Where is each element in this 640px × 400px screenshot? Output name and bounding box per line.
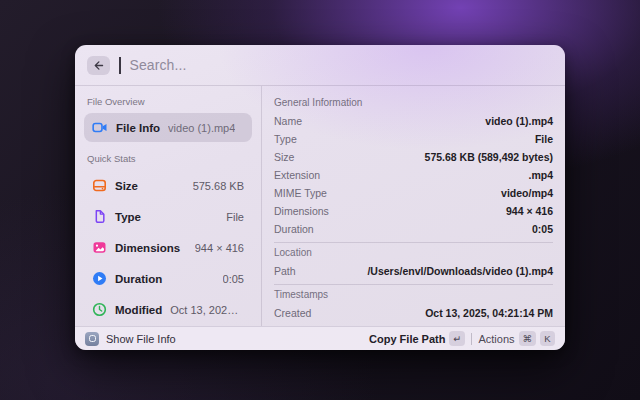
stat-label: Dimensions xyxy=(115,242,187,254)
stat-value: 0:05 xyxy=(223,273,244,285)
detail-row-size: Size 575.68 KB (589,492 bytes) xyxy=(274,148,553,166)
sidebar: File Overview File Info video (1).mp4 Qu… xyxy=(75,86,262,326)
actions-label: Actions xyxy=(478,333,514,345)
detail-label: MIME Type xyxy=(274,187,327,199)
main-content: File Overview File Info video (1).mp4 Qu… xyxy=(75,86,565,326)
stat-label: Size xyxy=(115,180,185,192)
detail-label: Dimensions xyxy=(274,205,329,217)
back-arrow-icon xyxy=(92,59,105,72)
back-button[interactable] xyxy=(87,56,110,75)
search-input[interactable]: Search... xyxy=(130,57,187,73)
detail-section-header: Timestamps xyxy=(274,289,553,300)
detail-value: Oct 13, 2025, 04:21:14 PM xyxy=(425,307,553,319)
sidebar-item-modified[interactable]: Modified Oct 13, 2025, 04:2... xyxy=(84,294,252,325)
command-key-icon: ⌘ xyxy=(519,331,537,346)
detail-row-extension: Extension .mp4 xyxy=(274,166,553,184)
sidebar-item-type[interactable]: Type File xyxy=(84,201,252,232)
detail-value: .mp4 xyxy=(528,169,553,181)
stat-value: File xyxy=(226,211,244,223)
detail-value: /Users/envl/Downloads/video (1).mp4 xyxy=(367,265,553,277)
detail-label: Extension xyxy=(274,169,320,181)
footer-actions: Copy File Path ↵ Actions ⌘ K xyxy=(369,331,555,346)
detail-label: Name xyxy=(274,115,302,127)
sidebar-item-label: File Info xyxy=(116,122,160,134)
actions-button[interactable]: Actions ⌘ K xyxy=(478,331,555,346)
sidebar-section-header: File Overview xyxy=(87,96,249,107)
detail-label: Type xyxy=(274,133,297,145)
detail-label: Size xyxy=(274,151,294,163)
detail-value: 575.68 KB (589,492 bytes) xyxy=(425,151,553,163)
video-camera-icon xyxy=(92,120,108,135)
divider xyxy=(274,242,553,243)
stat-value: Oct 13, 2025, 04:2... xyxy=(170,304,244,316)
detail-value: File xyxy=(535,133,553,145)
sidebar-item-duration[interactable]: Duration 0:05 xyxy=(84,263,252,294)
return-key-icon: ↵ xyxy=(449,331,465,346)
detail-label: Path xyxy=(274,265,296,277)
detail-row-duration: Duration 0:05 xyxy=(274,220,553,238)
detail-row-created: Created Oct 13, 2025, 04:21:14 PM xyxy=(274,304,553,322)
footer-command-label: Show File Info xyxy=(106,333,176,345)
detail-row-dimensions: Dimensions 944 × 416 xyxy=(274,202,553,220)
sidebar-item-size[interactable]: Size 575.68 KB xyxy=(84,170,252,201)
detail-label: Duration xyxy=(274,223,314,235)
footer-bar: Show File Info Copy File Path ↵ Actions … xyxy=(75,326,565,350)
search-bar: Search... xyxy=(75,45,565,86)
play-icon xyxy=(92,271,107,286)
extension-icon xyxy=(85,332,99,346)
sidebar-section-header: Quick Stats xyxy=(87,153,249,164)
text-cursor xyxy=(119,57,121,74)
stat-label: Type xyxy=(115,211,218,223)
stat-value: 944 × 416 xyxy=(195,242,244,254)
drive-icon xyxy=(92,178,107,193)
detail-row-mime-type: MIME Type video/mp4 xyxy=(274,184,553,202)
divider xyxy=(471,333,472,345)
detail-row-name: Name video (1).mp4 xyxy=(274,112,553,130)
stat-label: Duration xyxy=(115,273,215,285)
detail-row-type: Type File xyxy=(274,130,553,148)
detail-section-header: General Information xyxy=(274,97,553,108)
copy-file-path-button[interactable]: Copy File Path ↵ xyxy=(369,331,465,346)
sidebar-item-file-info[interactable]: File Info video (1).mp4 xyxy=(84,113,252,142)
clock-icon xyxy=(92,302,107,317)
detail-row-path: Path /Users/envl/Downloads/video (1).mp4 xyxy=(274,262,553,280)
detail-value: video/mp4 xyxy=(501,187,553,199)
detail-value: 944 × 416 xyxy=(506,205,553,217)
image-icon xyxy=(92,240,107,255)
desktop: { "colors": { "accent_blue": "#2f7cf6", … xyxy=(0,0,640,400)
stat-label: Modified xyxy=(115,304,162,316)
detail-value: video (1).mp4 xyxy=(485,115,553,127)
detail-section-header: Location xyxy=(274,247,553,258)
detail-value: 0:05 xyxy=(532,223,553,235)
detail-label: Created xyxy=(274,307,311,319)
file-info-window: Search... File Overview File Info video … xyxy=(75,45,565,350)
detail-panel: General Information Name video (1).mp4 T… xyxy=(262,86,565,326)
k-key-icon: K xyxy=(540,331,555,346)
sidebar-item-dimensions[interactable]: Dimensions 944 × 416 xyxy=(84,232,252,263)
document-icon xyxy=(92,209,107,224)
copy-file-path-label: Copy File Path xyxy=(369,333,445,345)
stat-value: 575.68 KB xyxy=(193,180,244,192)
divider xyxy=(274,284,553,285)
sidebar-item-value: video (1).mp4 xyxy=(168,122,235,134)
